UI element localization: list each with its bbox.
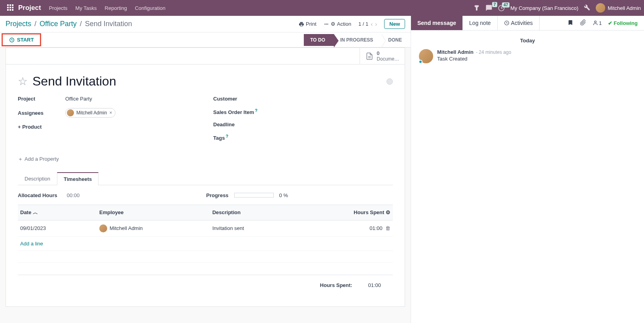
add-line-button[interactable]: Add a line bbox=[20, 241, 43, 247]
field-project[interactable]: Office Party bbox=[65, 96, 92, 102]
msg-author[interactable]: Mitchell Admin bbox=[437, 49, 474, 55]
user-name: Mitchell Admin bbox=[608, 5, 641, 11]
avatar-icon bbox=[596, 3, 605, 13]
breadcrumb-projects[interactable]: Projects bbox=[6, 20, 31, 28]
activities-badge: 47 bbox=[502, 2, 510, 8]
cell-description[interactable]: Invitation sent bbox=[210, 220, 295, 236]
activities-icon[interactable]: 47 bbox=[498, 5, 505, 11]
debug-icon[interactable] bbox=[584, 4, 590, 12]
nav-projects[interactable]: Projects bbox=[49, 5, 68, 11]
apps-icon[interactable] bbox=[7, 4, 14, 11]
tab-timesheets[interactable]: Timesheets bbox=[57, 172, 98, 185]
chatter-date-separator: Today bbox=[419, 38, 636, 44]
pager-prev-icon[interactable]: ‹ bbox=[371, 21, 373, 27]
messages-icon[interactable]: 7 bbox=[485, 4, 492, 11]
tab-content-timesheets: Allocated Hours 00:00 Progress 0 % Da bbox=[18, 185, 393, 302]
label-tags: Tags? bbox=[213, 134, 261, 141]
progress-value: 0 % bbox=[279, 192, 288, 198]
pager: 1 / 1 ‹ › bbox=[358, 21, 377, 27]
status-todo[interactable]: TO DO bbox=[304, 34, 334, 46]
action-button[interactable]: ⚙ Action bbox=[324, 21, 351, 27]
documents-button[interactable]: 0 Docume… bbox=[360, 48, 405, 64]
nav-reporting[interactable]: Reporting bbox=[105, 5, 127, 11]
app-brand[interactable]: Project bbox=[18, 4, 41, 12]
plus-icon: ＋ bbox=[18, 156, 23, 163]
label-progress: Progress bbox=[206, 192, 228, 198]
attach-icon[interactable] bbox=[580, 19, 586, 27]
help-icon[interactable]: ? bbox=[225, 134, 228, 139]
breadcrumb-current: Send Invitation bbox=[85, 20, 132, 28]
top-nav: Project Projects My Tasks Reporting Conf… bbox=[0, 0, 644, 16]
control-panel-bottom: START TO DO IN PROGRESS DONE bbox=[0, 32, 411, 48]
form-sheet: 0 Docume… ☆ Send Invitation Project Offi… bbox=[6, 48, 405, 307]
label-project: Project bbox=[18, 96, 65, 102]
chatter: Send message Log note Activities 1 ✔ bbox=[411, 16, 644, 323]
svg-point-5 bbox=[595, 21, 597, 23]
total-hours-label: Hours Spent: bbox=[320, 282, 352, 288]
task-title[interactable]: Send Invitation bbox=[32, 74, 116, 89]
breadcrumb-office-party[interactable]: Office Party bbox=[40, 20, 77, 28]
activities-button[interactable]: Activities bbox=[498, 16, 540, 30]
th-date[interactable]: Date ︿ bbox=[18, 205, 97, 220]
status-bar: TO DO IN PROGRESS DONE bbox=[304, 34, 411, 46]
add-property-button[interactable]: ＋ Add a Property bbox=[18, 156, 393, 163]
status-inprogress[interactable]: IN PROGRESS bbox=[334, 34, 382, 46]
messages-badge: 7 bbox=[492, 2, 498, 7]
cell-hours[interactable]: 01:00 🗑 bbox=[295, 220, 393, 236]
chatter-message: Mitchell Admin - 24 minutes ago Task Cre… bbox=[419, 49, 636, 63]
cell-date[interactable]: 09/01/2023 bbox=[18, 220, 97, 236]
timesheet-table: Date ︿ Employee Description Hours Spent … bbox=[18, 205, 393, 263]
msg-time: - 24 minutes ago bbox=[476, 49, 511, 55]
control-panel-top: Projects / Office Party / Send Invitatio… bbox=[0, 16, 411, 32]
log-note-button[interactable]: Log note bbox=[463, 16, 498, 30]
adjust-icon[interactable]: ⚙ bbox=[386, 209, 390, 215]
help-icon[interactable]: ? bbox=[255, 108, 258, 113]
label-assignees: Assignees bbox=[18, 110, 65, 116]
label-soi: Sales Order Item? bbox=[213, 108, 261, 115]
voip-icon[interactable] bbox=[474, 5, 480, 11]
msg-body: Task Created bbox=[437, 56, 511, 62]
company-switcher[interactable]: My Company (San Francisco) bbox=[510, 5, 578, 11]
label-deadline: Deadline bbox=[213, 122, 261, 127]
print-button[interactable]: Print bbox=[299, 21, 316, 27]
tab-description[interactable]: Description bbox=[18, 172, 57, 185]
kanban-state-icon[interactable] bbox=[386, 78, 393, 85]
priority-star-icon[interactable]: ☆ bbox=[18, 75, 28, 88]
remove-assignee-icon[interactable]: × bbox=[109, 110, 112, 116]
assignee-tag[interactable]: Mitchell Admin × bbox=[65, 108, 116, 118]
send-message-button[interactable]: Send message bbox=[411, 16, 463, 30]
new-button[interactable]: New bbox=[384, 19, 405, 29]
nav-mytasks[interactable]: My Tasks bbox=[76, 5, 97, 11]
sort-asc-icon[interactable]: ︿ bbox=[33, 209, 38, 215]
presence-dot-icon bbox=[419, 60, 422, 64]
user-menu[interactable]: Mitchell Admin bbox=[596, 3, 641, 13]
table-row[interactable]: 09/01/2023 Mitchell Admin Invitation sen… bbox=[18, 220, 393, 236]
label-product[interactable]: + Product bbox=[18, 124, 65, 130]
followers-button[interactable]: 1 bbox=[593, 20, 602, 26]
th-hours[interactable]: Hours Spent ⚙ bbox=[295, 205, 393, 220]
th-description[interactable]: Description bbox=[210, 205, 295, 220]
th-employee[interactable]: Employee bbox=[97, 205, 210, 220]
start-button[interactable]: START bbox=[2, 33, 41, 46]
cell-employee[interactable]: Mitchell Admin bbox=[97, 220, 210, 236]
bookmark-icon[interactable] bbox=[567, 19, 574, 27]
notebook-tabs: Description Timesheets bbox=[18, 172, 393, 185]
label-customer: Customer bbox=[213, 96, 261, 102]
check-icon: ✔ bbox=[608, 20, 612, 26]
breadcrumb: Projects / Office Party / Send Invitatio… bbox=[6, 20, 132, 28]
progress-bar bbox=[234, 193, 274, 198]
following-button[interactable]: ✔ Following bbox=[608, 20, 638, 26]
delete-row-icon[interactable]: 🗑 bbox=[385, 225, 390, 231]
status-done[interactable]: DONE bbox=[382, 34, 411, 46]
avatar-icon bbox=[67, 109, 74, 116]
nav-configuration[interactable]: Configuration bbox=[135, 5, 165, 11]
total-hours-value: 01:00 bbox=[368, 282, 381, 288]
avatar-icon bbox=[99, 224, 107, 232]
pager-next-icon[interactable]: › bbox=[375, 21, 377, 27]
table-row-addline[interactable]: Add a line bbox=[18, 236, 393, 251]
field-allocated-hours[interactable]: 00:00 bbox=[67, 192, 80, 198]
label-allocated-hours: Allocated Hours bbox=[18, 192, 57, 198]
field-assignees[interactable]: Mitchell Admin × bbox=[65, 108, 116, 118]
